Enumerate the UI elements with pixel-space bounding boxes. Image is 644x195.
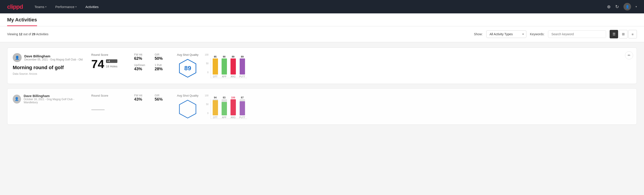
bar-app-fill [222, 102, 227, 115]
hexagon-wrapper [177, 99, 198, 119]
bar-putt-bg [240, 58, 245, 74]
viewing-middle: out of [23, 32, 31, 36]
bar-app-value: 90 [223, 55, 226, 58]
bar-ott-bg [213, 99, 218, 115]
bar-putt-label: PUTT [240, 76, 245, 78]
bar-ott-fill [213, 58, 218, 74]
score-placeholder [91, 99, 127, 110]
bar-arg-label: ARG [231, 116, 236, 119]
y-label-100: 100 [205, 94, 209, 97]
edit-icon: ✏ [628, 53, 630, 57]
list-dense-view-button[interactable]: ☰ [610, 30, 618, 38]
bar-chart-container: 100 50 0 85 OTT [204, 54, 247, 78]
nav-teams[interactable]: Teams ▾ [34, 0, 47, 14]
view-toggle: ☰ ⊞ ≡ [610, 30, 637, 38]
bar-chart-bars: 85 OTT 90 [211, 58, 247, 78]
activities-list: 👤 Dave Billingham December 05, 2021 - Go… [0, 42, 644, 130]
stat-fw-hit-label: FW Hit [134, 53, 149, 56]
stat-1putt-label: 1 Putt [155, 64, 170, 67]
list-wide-view-button[interactable]: ≡ [628, 30, 637, 38]
bar-putt-bg [240, 99, 245, 115]
activity-title: Morning round of golf [13, 65, 84, 70]
viewing-suffix: Activities [36, 32, 48, 36]
stat-updown-label: Up/Down [134, 64, 149, 67]
stat-fw-hit: FW Hit 43% [134, 94, 149, 102]
grid-icon: ⊞ [622, 32, 625, 36]
grid-view-button[interactable]: ⊞ [619, 30, 628, 38]
navbar-right: ⊕ ↻ 👤 ▾ [607, 3, 637, 10]
viewing-text: Viewing 12 out of 29 Activities [7, 32, 470, 36]
activity-type-select[interactable]: All Activity Types [486, 30, 526, 38]
activity-type-filter[interactable]: All Activity Types [486, 30, 526, 38]
navbar: clippd Teams ▾ Performance ▾ Activities … [0, 0, 644, 14]
bar-arg-fill [230, 58, 236, 74]
y-label-50: 50 [206, 103, 208, 106]
app-logo: clippd [7, 3, 23, 10]
stat-1putt: 1 Putt 28% [155, 64, 170, 72]
bar-chart-bars: 94 OTT 83 APP [211, 99, 247, 119]
bar-arg-value: 106 [231, 96, 235, 99]
avatar: 👤 [13, 53, 22, 62]
card-info: 👤 Dave Billingham October 16, 2021 - Gog… [13, 94, 84, 107]
stat-gir-value: 56% [155, 97, 170, 102]
search-input[interactable] [548, 30, 606, 38]
avatar-icon: 👤 [14, 97, 19, 101]
bar-putt: 89 PUTT [240, 55, 245, 78]
bar-arg: 106 ARG [230, 96, 236, 119]
stats-section: FW Hit 62% GIR 50% Up/Down 43% 1 Putt 28… [134, 53, 170, 72]
score-bar [91, 109, 105, 110]
avatar[interactable]: 👤 [624, 3, 631, 10]
viewing-prefix: Viewing [7, 32, 18, 36]
bar-app-label: APP [222, 76, 226, 78]
user-details: Dave Billingham December 05, 2021 - Gog … [24, 54, 82, 61]
user-details: Dave Billingham October 16, 2021 - Gog M… [24, 94, 84, 104]
round-score-section: Round Score 74 +4 18 Holes [91, 53, 127, 70]
avatar-icon: 👤 [626, 5, 629, 8]
stat-gir: GIR 50% [155, 53, 170, 61]
stat-fw-hit-value: 43% [134, 97, 149, 102]
stat-gir: GIR 56% [155, 94, 170, 102]
y-label-0: 0 [207, 71, 209, 74]
score-info: +4 18 Holes [106, 59, 117, 70]
bar-ott-value: 85 [214, 55, 216, 58]
stat-gir-label: GIR [155, 53, 170, 56]
bar-ott: 94 OTT [213, 96, 218, 119]
nav-activities[interactable]: Activities [84, 0, 100, 14]
avg-shot-quality-label: Avg Shot Quality [177, 53, 198, 56]
hexagon-value: 89 [184, 65, 191, 72]
score-main: 74 +4 18 Holes [91, 58, 127, 70]
edit-button[interactable]: ✏ [625, 51, 633, 59]
keywords-label: Keywords: [530, 32, 544, 36]
user-date: October 16, 2021 - Gog Magog Golf Club -… [24, 98, 84, 104]
hexagon [178, 99, 198, 119]
bar-ott: 85 OTT [213, 55, 218, 78]
y-label-50: 50 [206, 62, 208, 65]
nav-activities-label: Activities [86, 5, 99, 9]
bar-app-bg [222, 58, 227, 74]
data-source: Data Source: Arccos [13, 72, 84, 76]
stats-grid: FW Hit 62% GIR 50% Up/Down 43% 1 Putt 28… [134, 53, 170, 72]
round-score-label: Round Score [91, 94, 127, 97]
bar-app: 90 APP [222, 55, 227, 78]
stat-updown-value: 43% [134, 67, 149, 72]
nav-performance[interactable]: Performance ▾ [54, 0, 78, 14]
avatar-chevron-icon: ▾ [636, 5, 637, 8]
bar-putt-value: 87 [241, 96, 244, 99]
refresh-button[interactable]: ↻ [615, 4, 619, 9]
bar-ott-label: OTT [213, 116, 218, 119]
bar-chart-container: 100 50 0 94 OTT [204, 94, 247, 119]
bar-ott-bg [213, 58, 218, 74]
avg-shot-quality-label: Avg Shot Quality [177, 94, 198, 97]
bar-ott-value: 94 [214, 96, 216, 99]
bar-arg-value: 89 [232, 55, 234, 58]
hexagon-svg [178, 99, 198, 119]
stats-section: FW Hit 43% GIR 56% [134, 94, 170, 102]
bar-app-fill [222, 58, 227, 74]
bar-putt-value: 89 [241, 55, 244, 58]
card-info: 👤 Dave Billingham December 05, 2021 - Go… [13, 53, 84, 76]
nav-performance-label: Performance [55, 5, 74, 9]
list-dense-icon: ☰ [612, 32, 616, 36]
add-button[interactable]: ⊕ [607, 4, 611, 9]
bar-arg-bg [230, 58, 236, 74]
score-badge: +4 [106, 59, 117, 63]
